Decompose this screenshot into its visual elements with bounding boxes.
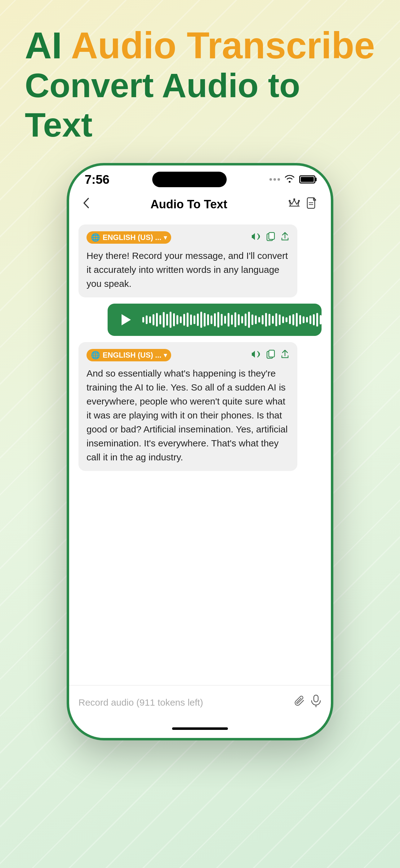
wave-bar bbox=[279, 314, 280, 325]
app-header: AI Audio Transcribe Convert Audio to Tex… bbox=[0, 25, 400, 144]
wave-bar bbox=[296, 313, 298, 327]
svg-rect-10 bbox=[314, 695, 318, 702]
wave-bar bbox=[241, 316, 243, 323]
lang-label-2: ENGLISH (US) ... bbox=[103, 351, 161, 360]
lang-badge-1[interactable]: 🌐 ENGLISH (US) ... ▾ bbox=[87, 231, 171, 244]
wave-bar bbox=[255, 315, 257, 324]
message-1: 🌐 ENGLISH (US) ... ▾ bbox=[78, 224, 297, 298]
speaker-icon-1[interactable] bbox=[252, 232, 261, 243]
svg-point-2 bbox=[298, 200, 300, 202]
wave-bar bbox=[204, 313, 206, 327]
audio-message bbox=[108, 304, 322, 336]
wave-bar bbox=[142, 317, 144, 322]
wave-bar bbox=[299, 315, 301, 324]
wave-bar bbox=[289, 315, 291, 324]
wave-bar bbox=[176, 315, 178, 324]
speaker-icon-2[interactable] bbox=[252, 350, 261, 361]
wave-bar bbox=[303, 316, 304, 323]
back-button[interactable] bbox=[83, 197, 90, 211]
svg-point-0 bbox=[289, 200, 291, 202]
phone-screen: 7:56 bbox=[67, 163, 333, 740]
wave-bar bbox=[210, 315, 212, 324]
chevron-icon-2: ▾ bbox=[164, 351, 167, 359]
wave-bar bbox=[163, 312, 165, 328]
audio-waveform bbox=[142, 311, 325, 329]
wave-bar bbox=[170, 312, 171, 328]
signal-icon bbox=[269, 178, 280, 181]
wave-bar bbox=[200, 312, 202, 328]
message-2: 🌐 ENGLISH (US) ... ▾ bbox=[78, 342, 297, 471]
wave-bar bbox=[272, 316, 274, 324]
wave-bar bbox=[214, 313, 216, 326]
wave-bar bbox=[228, 313, 229, 327]
wave-bar bbox=[180, 316, 182, 323]
wave-bar bbox=[282, 316, 284, 323]
msg-1-actions bbox=[252, 232, 289, 243]
header-line1: AI Audio Transcribe bbox=[25, 25, 375, 66]
wave-bar bbox=[183, 314, 185, 326]
wave-bar bbox=[306, 317, 308, 322]
wave-bar bbox=[316, 313, 318, 327]
lang-label-1: ENGLISH (US) ... bbox=[103, 233, 161, 242]
wave-bar bbox=[166, 314, 168, 326]
chevron-icon-1: ▾ bbox=[164, 234, 167, 241]
wave-bar bbox=[190, 314, 192, 325]
wave-bar bbox=[218, 312, 219, 328]
wifi-icon bbox=[284, 174, 295, 185]
lang-badge-2[interactable]: 🌐 ENGLISH (US) ... ▾ bbox=[87, 349, 171, 361]
attach-icon[interactable] bbox=[294, 695, 305, 710]
wave-bar bbox=[156, 313, 158, 327]
msg-1-text: Hey there! Record your message, and I'll… bbox=[87, 249, 289, 290]
wave-bar bbox=[245, 314, 246, 326]
wave-bar bbox=[286, 317, 288, 322]
wave-bar bbox=[173, 313, 175, 326]
wave-bar bbox=[309, 315, 311, 324]
nav-action-icons bbox=[288, 197, 317, 212]
msg-2-header: 🌐 ENGLISH (US) ... ▾ bbox=[87, 349, 289, 361]
copy-icon-2[interactable] bbox=[266, 349, 275, 361]
wave-bar bbox=[292, 314, 294, 326]
share-icon-2[interactable] bbox=[280, 349, 289, 361]
wave-bar bbox=[153, 314, 155, 326]
share-icon-1[interactable] bbox=[280, 232, 289, 243]
wave-bar bbox=[234, 312, 236, 327]
wave-bar bbox=[159, 315, 161, 324]
wave-bar bbox=[313, 314, 315, 326]
wave-bar bbox=[207, 314, 209, 326]
header-ai-text: AI bbox=[25, 25, 71, 66]
svg-rect-7 bbox=[269, 232, 274, 239]
play-button[interactable] bbox=[118, 311, 135, 329]
status-icons bbox=[269, 174, 315, 185]
globe-icon-1: 🌐 bbox=[91, 233, 100, 242]
mic-icon[interactable] bbox=[310, 694, 322, 710]
battery-icon bbox=[299, 176, 315, 183]
wave-bar bbox=[258, 317, 260, 322]
phone-mockup: 7:56 bbox=[67, 163, 333, 740]
nav-title: Audio To Text bbox=[151, 198, 227, 211]
msg-2-text: And so essentially what's happening is t… bbox=[87, 366, 289, 464]
wave-bar bbox=[265, 313, 267, 327]
svg-rect-9 bbox=[269, 350, 274, 357]
copy-icon-1[interactable] bbox=[266, 232, 275, 243]
wave-bar bbox=[262, 315, 264, 324]
chat-area: 🌐 ENGLISH (US) ... ▾ bbox=[69, 218, 331, 685]
wave-bar bbox=[323, 316, 325, 323]
wave-bar bbox=[146, 315, 147, 324]
wave-bar bbox=[248, 312, 250, 328]
status-bar: 7:56 bbox=[69, 165, 331, 190]
wave-bar bbox=[252, 314, 253, 325]
wave-bar bbox=[269, 314, 270, 326]
globe-icon-2: 🌐 bbox=[91, 351, 100, 360]
msg-1-header: 🌐 ENGLISH (US) ... ▾ bbox=[87, 231, 289, 244]
header-line2: Convert Audio to Text bbox=[25, 66, 375, 144]
msg-2-actions bbox=[252, 349, 289, 361]
wave-bar bbox=[224, 316, 226, 324]
input-placeholder-text[interactable]: Record audio (911 tokens left) bbox=[78, 697, 289, 708]
wave-bar bbox=[197, 314, 199, 326]
wave-bar bbox=[275, 313, 277, 326]
document-icon[interactable] bbox=[307, 197, 317, 212]
wave-bar bbox=[194, 315, 195, 324]
wave-bar bbox=[320, 315, 322, 324]
status-time: 7:56 bbox=[85, 173, 109, 187]
crown-icon[interactable] bbox=[288, 197, 300, 211]
